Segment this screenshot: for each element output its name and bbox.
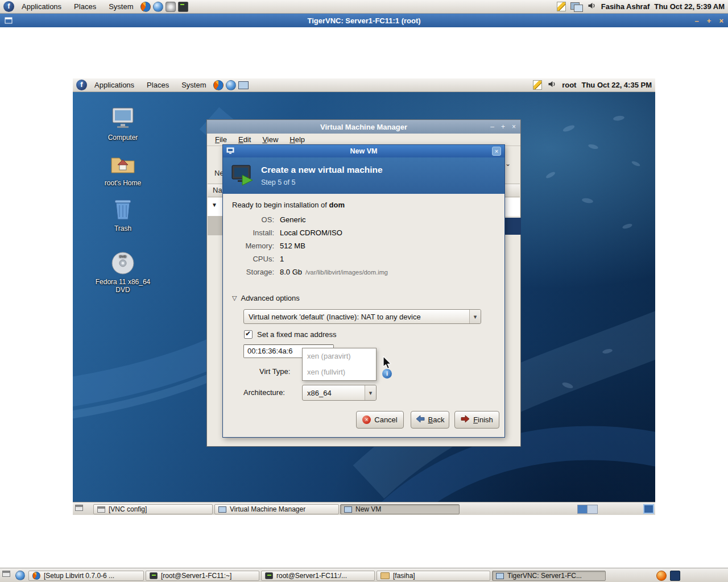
desktop-icon-label: Computer	[94, 134, 151, 142]
mouse-cursor	[383, 356, 393, 372]
taskbar-item-label: [VNC config]	[109, 505, 147, 513]
selinux-tray-icon[interactable]	[670, 571, 680, 581]
vmm-menu-view[interactable]: View	[257, 134, 284, 145]
mac-checkbox[interactable]: ✔	[244, 330, 253, 339]
cancel-button[interactable]: × Cancel	[356, 411, 404, 429]
architecture-select[interactable]: x86_64 ▾	[302, 385, 377, 401]
advanced-options-expander[interactable]: ▽ Advanced options	[232, 294, 300, 302]
remote-username[interactable]: root	[562, 81, 576, 89]
remote-top-panel: f Applications Places System root Thu Oc…	[73, 78, 655, 92]
remote-volume-tray-icon[interactable]	[547, 80, 557, 90]
screenshot-launcher-icon[interactable]	[166, 2, 176, 12]
new-vm-title: New VM	[223, 147, 504, 155]
host-menu-applications[interactable]: Applications	[16, 1, 67, 12]
taskbar-item-fasiha[interactable]: [fasiha]	[377, 571, 490, 581]
vnc-minimize-button[interactable]: –	[695, 16, 699, 25]
taskbar-item-vmm[interactable]: Virtual Machine Manager	[214, 504, 339, 514]
remote-clock[interactable]: Thu Oct 22, 4:35 PM	[581, 81, 652, 89]
terminal-launcher-icon[interactable]	[178, 2, 188, 12]
summary-label: Memory:	[232, 242, 274, 250]
summary-row-memory: Memory: 512 MB	[232, 239, 388, 252]
workspace-1[interactable]	[578, 505, 588, 513]
remote-menu-places[interactable]: Places	[142, 80, 174, 90]
remote-notes-tray-icon[interactable]	[533, 80, 542, 90]
display-tray-icon[interactable]	[570, 2, 582, 11]
window-list-icon[interactable]	[75, 505, 83, 511]
vmm-maximize-button[interactable]: +	[501, 123, 505, 131]
vmm-minimize-button[interactable]: –	[490, 123, 494, 131]
new-vm-close-button[interactable]: ×	[492, 147, 501, 156]
vmm-column-fragment: Na	[213, 186, 222, 194]
vmm-menu-file[interactable]: File	[209, 134, 233, 145]
new-vm-titlebar[interactable]: New VM ×	[223, 145, 504, 157]
taskbar-item-root-terminal[interactable]: [root@Server1-FC11:~]	[146, 571, 259, 581]
taskbar-item-new-vm[interactable]: New VM	[340, 504, 460, 514]
desktop-icon-label: Fedora 11 x86_64 DVD	[94, 278, 151, 294]
desktop-icon-home[interactable]: root's Home	[94, 150, 151, 187]
host-menu-places[interactable]: Places	[69, 1, 101, 12]
vmm-menu-edit[interactable]: Edit	[233, 134, 257, 145]
virt-type-option-paravirt[interactable]: xen (paravirt)	[303, 348, 376, 364]
summary-label: Install:	[232, 228, 274, 237]
desktop-icon-trash[interactable]: Trash	[94, 196, 151, 232]
taskbar-item-label: Virtual Machine Manager	[230, 505, 305, 513]
window-icon	[97, 506, 105, 513]
vmm-view-combo-arrow-icon[interactable]: ⌄	[505, 160, 511, 168]
show-desktop-icon[interactable]	[643, 504, 654, 514]
virt-type-dropdown-list: xen (paravirt) xen (fullvirt)	[302, 348, 377, 381]
mac-checkbox-label: Set a fixed mac address	[257, 330, 336, 339]
workspace-switcher[interactable]	[577, 505, 598, 514]
desktop-icon-computer[interactable]: Computer	[94, 105, 151, 142]
dvd-disc-label: DVD	[119, 255, 127, 258]
firefox-launcher-icon[interactable]	[140, 2, 151, 12]
fedora-menu-icon[interactable]: f	[3, 1, 14, 12]
check-icon: ✔	[245, 330, 251, 338]
new-vm-dialog: New VM × Create a new virtual machine St…	[222, 144, 505, 438]
vmm-titlebar[interactable]: Virtual Machine Manager – + ×	[207, 120, 520, 134]
remote-firefox-launcher-icon[interactable]	[213, 80, 224, 90]
taskbar-item-label: [fasiha]	[393, 572, 415, 580]
taskbar-item-tigervnc[interactable]: TigerVNC: Server1-FC...	[492, 571, 606, 581]
vmm-menu-help[interactable]: Help	[284, 134, 311, 145]
terminal-icon	[265, 572, 273, 579]
desktop-icon-dvd[interactable]: DVD Fedora 11 x86_64 DVD	[94, 249, 151, 294]
back-button[interactable]: Back	[411, 411, 449, 429]
workspace-2[interactable]	[588, 505, 597, 513]
network-select-arrow-icon[interactable]: ▾	[469, 310, 481, 323]
vnc-maximize-button[interactable]: +	[707, 16, 712, 25]
taskbar-item-root-terminal-2[interactable]: root@Server1-FC11:/...	[261, 571, 375, 581]
taskbar-item-setup-libvirt[interactable]: [Setup Libvirt 0.7.0-6 ...	[28, 571, 144, 581]
virt-type-option-fullvirt[interactable]: xen (fullvirt)	[303, 364, 376, 380]
virt-type-label: Virt Type:	[259, 367, 290, 376]
summary-row-os: OS: Generic	[232, 213, 388, 226]
web-launcher-icon[interactable]	[153, 2, 163, 12]
host-tray-globe-icon[interactable]	[15, 571, 25, 580]
remote-desktop: f Applications Places System root Thu Oc…	[73, 78, 655, 515]
computer-icon	[109, 105, 136, 132]
vnc-close-button[interactable]: ×	[719, 16, 723, 25]
host-clock[interactable]: Thu Oct 22, 5:39 AM	[654, 2, 725, 11]
host-menu-system[interactable]: System	[104, 1, 138, 12]
remote-menu-applications[interactable]: Applications	[89, 80, 139, 90]
architecture-select-arrow-icon[interactable]: ▾	[365, 385, 376, 400]
architecture-select-value: x86_64	[303, 389, 365, 397]
remote-web-launcher-icon[interactable]	[226, 80, 236, 90]
remote-display-launcher-icon[interactable]	[238, 81, 249, 89]
summary-table: OS: Generic Install: Local CDROM/ISO Mem…	[232, 213, 388, 278]
remote-fedora-menu-icon[interactable]: f	[76, 80, 87, 90]
update-tray-icon[interactable]	[656, 571, 667, 581]
remote-menu-system[interactable]: System	[176, 80, 211, 90]
vmm-close-button[interactable]: ×	[512, 123, 516, 131]
tree-expander-icon[interactable]: ▼	[212, 202, 217, 208]
expander-triangle-icon[interactable]: ▽	[232, 294, 237, 302]
cancel-button-label: Cancel	[374, 415, 397, 424]
network-select[interactable]: Virtual network 'default' (Inactive): NA…	[243, 309, 481, 324]
vnc-viewport: f Applications Places System root Thu Oc…	[0, 27, 728, 568]
host-window-list-icon[interactable]	[2, 571, 10, 577]
volume-tray-icon[interactable]	[587, 1, 597, 12]
vnc-window-titlebar[interactable]: TigerVNC: Server1-FC11:1 (root) – + ×	[0, 14, 728, 27]
finish-button[interactable]: Finish	[454, 411, 499, 429]
host-username[interactable]: Fasiha Ashraf	[601, 2, 650, 11]
taskbar-item-vnc-config[interactable]: [VNC config]	[93, 504, 213, 514]
notes-tray-icon[interactable]	[557, 2, 566, 11]
